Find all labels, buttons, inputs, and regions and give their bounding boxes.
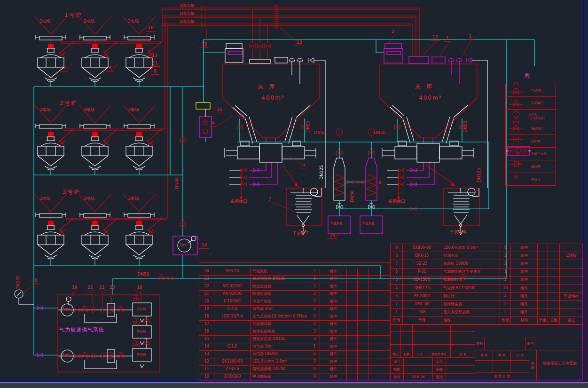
legend-row: 料位计 xyxy=(506,173,556,185)
callout-17: 17 xyxy=(430,35,440,41)
table-cell: 9 xyxy=(309,366,320,373)
table-cell: 组件 xyxy=(320,328,347,336)
table-row: 1508压力真空释放阀2组件 xyxy=(391,309,582,317)
pipe-label-dn100-v: DN100 xyxy=(16,275,20,290)
revision-table: 标记 处数 分区 更改文件号 签 名 设计 工艺 制图 审核 校对 03.8.2… xyxy=(391,325,475,380)
table-cell xyxy=(358,276,368,283)
table-row: 24SSR-50气化风机2组件 xyxy=(199,268,390,276)
table-cell: 3 xyxy=(391,293,403,301)
table-cell xyxy=(560,269,582,277)
ash-silo-2 xyxy=(380,43,487,188)
table-cell: 名称 xyxy=(441,317,500,325)
table-cell xyxy=(347,298,358,306)
table-cell: C-1.0 xyxy=(214,343,251,351)
table-cell xyxy=(347,276,358,283)
table-cell: 10 xyxy=(199,373,214,381)
field-label: 2电场 xyxy=(84,19,95,24)
table-cell xyxy=(358,291,368,298)
table-cell: 20 xyxy=(199,298,214,306)
silo2-name: 灰 库 xyxy=(415,84,434,89)
table-cell: 组件 xyxy=(511,252,538,260)
legend-label: 手动阀门 xyxy=(531,101,543,105)
table-cell: 组件 xyxy=(511,293,538,301)
table-cell: 储气罐 1m³ xyxy=(251,343,309,351)
table-cell: 22 xyxy=(199,283,214,291)
truck-loading-label: 干灰装车 xyxy=(450,230,467,234)
table-row: 5KD-150G库底卸料器2组件 xyxy=(391,277,582,285)
table-cell xyxy=(358,283,368,291)
table-cell xyxy=(347,291,358,298)
silo2-volume: 400m³ xyxy=(419,95,442,101)
field-label: 3电场 xyxy=(128,197,139,201)
table-cell: 电加热器 xyxy=(441,252,500,260)
table-cell: LD1.5仓式泵 1.5m³ xyxy=(251,358,309,366)
table-cell xyxy=(560,244,582,252)
table-cell xyxy=(368,313,390,321)
callout-19: 19 xyxy=(70,285,79,291)
table-cell: 库底卸料器 xyxy=(441,277,500,285)
table-row: 8DRK-15电加热器2组件15KW xyxy=(391,252,582,260)
table-cell: 组件 xyxy=(320,268,347,276)
table-cell: 电动插板阀 DN200 xyxy=(251,366,309,373)
table-cell xyxy=(347,268,358,276)
title-block: 标记 处数 分区 更改文件号 签 名 设计 工艺 制图 审核 校对 03.8.2… xyxy=(390,325,583,381)
table-cell: 6 xyxy=(309,351,320,358)
legend-row: 气动阀门 xyxy=(506,84,556,97)
pipe-label-dn50: DN50 xyxy=(374,131,385,135)
table-cell: 13 xyxy=(199,351,214,358)
date-field: 03.8.26 xyxy=(404,374,433,381)
table-cell: 2 xyxy=(391,301,403,309)
legend-label: 电动阀门 xyxy=(531,127,543,131)
table-cell xyxy=(538,309,548,317)
boiler-units xyxy=(34,16,156,260)
table-cell: Z73X-6 xyxy=(214,366,251,373)
table-cell: DRK-15 xyxy=(403,252,441,260)
table-cell xyxy=(368,276,390,283)
table-row: 18LGD-10/7-X空气压缩机10.0m/min 0.7Mpa3组件 xyxy=(199,313,390,321)
table-cell: 2 xyxy=(500,260,511,268)
table-cell xyxy=(560,301,582,309)
pipe-label-dn40: DN40 xyxy=(175,177,179,189)
table-cell: 11 xyxy=(199,366,214,373)
field-label: 3电场 xyxy=(128,108,139,112)
compressor-label: 空压机 xyxy=(137,353,146,356)
table-cell: 组件 xyxy=(320,283,347,291)
table-cell: 组件 xyxy=(511,269,538,277)
table-cell: 2 xyxy=(309,283,320,291)
table-cell: 2 xyxy=(500,252,511,260)
table-cell xyxy=(548,252,560,260)
tank-4m3-label: 4m³ xyxy=(62,354,70,357)
field-label: 1电场 xyxy=(39,19,51,24)
table-cell: 3 xyxy=(309,336,320,343)
table-cell xyxy=(347,328,358,336)
table-cell: KD-150G xyxy=(403,277,441,285)
callout-11: 11 xyxy=(150,61,160,67)
table-cell: 组件 xyxy=(511,301,538,309)
table-cell xyxy=(548,285,560,293)
table-cell: 17 xyxy=(199,321,214,328)
callout-8b: 8 xyxy=(376,181,384,186)
table-cell xyxy=(358,313,368,321)
silo1-name: 灰 库 xyxy=(258,84,276,89)
callout-2: 2 xyxy=(389,30,397,35)
table-cell xyxy=(538,277,548,285)
table-cell: 组件 xyxy=(320,343,347,351)
table-cell xyxy=(538,244,548,252)
legend-label: 气动阀门 xyxy=(531,88,543,93)
legend-row: 手动阀门 xyxy=(506,97,556,110)
table-cell: C-4.0 xyxy=(214,306,251,313)
tank-1m3-label: 1m³ xyxy=(180,244,187,247)
table-cell xyxy=(358,336,368,343)
pipe-label-dn100: DN100 xyxy=(180,12,195,16)
table-row: 10300X300手动插板阀9组件 xyxy=(199,373,390,381)
table-row: 7SZ-25散装机 100t/h2组件 xyxy=(391,260,582,268)
boiler2-title: 2号炉 xyxy=(60,100,78,106)
table-cell: 备注 xyxy=(560,317,582,325)
tank-4m3-label: 4m³ xyxy=(62,308,70,311)
table-cell xyxy=(347,336,358,343)
bom-table-items-1-9: 9SX800-00LD0.6仓式泵 0.6m³6组件8DRK-15电加热器2组件… xyxy=(390,244,583,325)
drawing-title: 输送系统工艺布置图 xyxy=(537,350,583,381)
table-cell: 散装机 100t/h xyxy=(441,260,500,268)
field-label: 2电场 xyxy=(84,197,95,201)
legend-label: 减压阀 xyxy=(531,165,541,169)
